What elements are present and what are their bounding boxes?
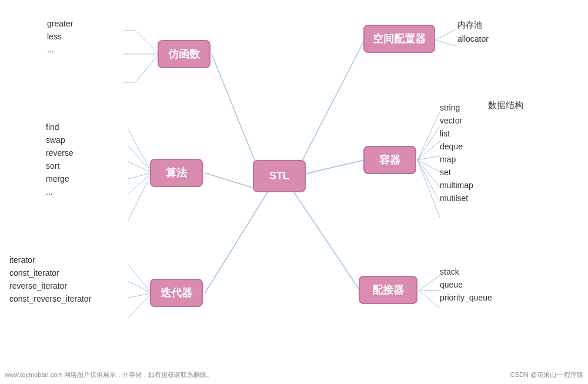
container-item-list: list — [440, 129, 473, 138]
svg-line-24 — [417, 112, 440, 160]
stl-label: STL — [269, 170, 289, 182]
algorithm-item-sort: sort — [46, 161, 74, 171]
allocator-node: 空间配置器 — [363, 25, 435, 53]
svg-line-27 — [417, 156, 440, 160]
algorithm-node: 算法 — [150, 159, 203, 187]
svg-line-31 — [417, 160, 440, 218]
svg-line-6 — [135, 31, 159, 54]
svg-line-13 — [128, 146, 152, 173]
adapter-item-queue: queue — [440, 280, 492, 289]
container-item-mutilset: mutilset — [440, 193, 473, 203]
allocator-labels: 内存池 allocator — [457, 20, 489, 44]
functor-label: 仿函数 — [168, 47, 200, 61]
container-item-deque: deque — [440, 142, 473, 151]
svg-line-19 — [128, 281, 152, 293]
allocator-label: 空间配置器 — [373, 32, 426, 46]
container-node: 容器 — [363, 146, 416, 174]
svg-line-21 — [128, 293, 152, 318]
svg-line-16 — [128, 173, 152, 194]
svg-line-26 — [417, 141, 440, 160]
adapter-label: 配接器 — [372, 283, 404, 297]
algorithm-item-merge: merge — [46, 174, 74, 183]
allocator-item-allocator: allocator — [457, 34, 489, 44]
svg-line-18 — [128, 265, 152, 293]
stl-center-node: STL — [253, 160, 306, 192]
svg-line-29 — [417, 160, 440, 187]
functor-item-greater: greater — [47, 19, 73, 28]
adapter-item-priority: priority_queue — [440, 293, 492, 302]
allocator-item-neicun: 内存池 — [457, 20, 489, 31]
algorithm-item-dots: ... — [46, 187, 74, 196]
svg-line-20 — [128, 293, 152, 298]
container-item-set: set — [440, 168, 473, 177]
iterator-item-reverse: reverse_iterator — [9, 281, 91, 290]
watermark-right: CSDN @花果山~~程序猿 — [510, 370, 583, 379]
container-label: 容器 — [379, 153, 400, 167]
container-item-vector: vector — [440, 116, 473, 125]
algorithm-item-swap: swap — [46, 135, 74, 145]
algorithm-item-reverse: reverse — [46, 148, 74, 158]
svg-line-30 — [417, 160, 440, 202]
svg-line-28 — [417, 160, 440, 172]
svg-line-2 — [205, 192, 268, 293]
algorithm-label: 算法 — [166, 166, 187, 180]
iterator-item-iterator: iterator — [9, 255, 91, 265]
svg-line-32 — [419, 275, 440, 290]
svg-line-25 — [417, 126, 440, 160]
container-item-string: string — [440, 103, 473, 112]
algorithm-item-find: find — [46, 122, 74, 132]
adapter-node: 配接器 — [359, 276, 417, 304]
svg-line-23 — [435, 40, 456, 46]
svg-line-8 — [135, 54, 159, 82]
svg-line-12 — [128, 129, 152, 173]
svg-line-15 — [128, 173, 152, 179]
svg-line-34 — [419, 290, 440, 308]
container-item-map: map — [440, 155, 473, 164]
svg-line-22 — [435, 29, 456, 40]
iterator-item-const: const_iterator — [9, 268, 91, 278]
svg-line-3 — [294, 40, 365, 176]
iterator-node-label: 迭代器 — [161, 286, 192, 300]
data-structure-label: 数据结构 — [488, 100, 523, 111]
svg-line-5 — [294, 192, 360, 290]
adapter-labels: stack queue priority_queue — [440, 267, 492, 302]
svg-line-17 — [128, 173, 152, 221]
iterator-node: 迭代器 — [150, 279, 203, 307]
functor-labels: greater less ... — [47, 19, 73, 54]
algorithm-labels: find swap reverse sort merge ... — [46, 122, 74, 196]
functor-item-less: less — [47, 32, 73, 41]
adapter-item-stack: stack — [440, 267, 492, 276]
functor-node: 仿函数 — [158, 40, 211, 68]
iterator-item-const-reverse: const_reverse_iterator — [9, 294, 91, 303]
iterator-labels: iterator const_iterator reverse_iterator… — [9, 255, 91, 303]
container-labels: string vector list deque map set multima… — [440, 103, 473, 203]
diagram-container: STL 仿函数 算法 迭代器 空间配置器 容器 配接器 greater less… — [0, 0, 588, 384]
container-item-multimap: multimap — [440, 181, 473, 190]
svg-line-14 — [128, 162, 152, 173]
watermark-left: www.toymoban.com 网络图片仅供展示，非存储，如有侵权请联系删除。 — [5, 370, 213, 379]
functor-item-dots: ... — [47, 45, 73, 54]
